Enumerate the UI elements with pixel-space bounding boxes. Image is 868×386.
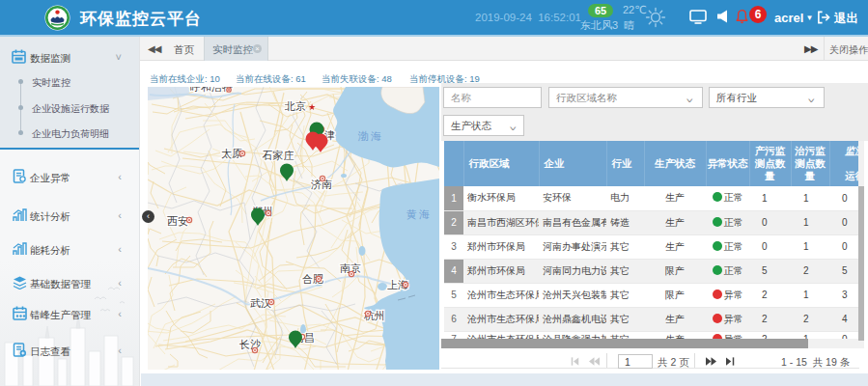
svg-text:渤海: 渤海 bbox=[357, 130, 383, 142]
svg-text:武汉: 武汉 bbox=[250, 297, 271, 309]
svg-text:西安: 西安 bbox=[167, 215, 188, 227]
svg-text:黄海: 黄海 bbox=[406, 208, 432, 220]
svg-text:太原: 太原 bbox=[221, 148, 242, 159]
svg-text:北京: 北京 bbox=[284, 100, 306, 112]
svg-text:长沙: 长沙 bbox=[238, 339, 262, 350]
svg-text:石家庄: 石家庄 bbox=[263, 150, 294, 161]
